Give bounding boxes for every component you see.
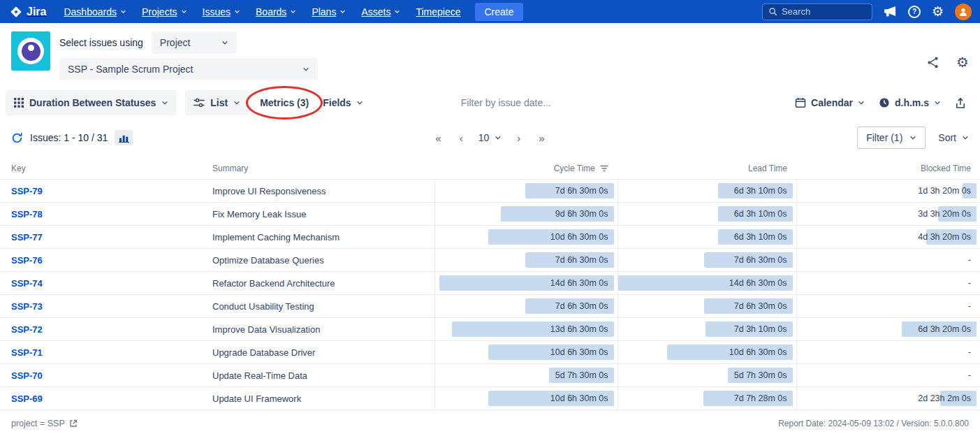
duration-value: 3d 3h 20m 0s — [918, 203, 971, 225]
nav-item-dashboards[interactable]: Dashboards — [56, 0, 134, 23]
duration-value: 6d 3h 20m 0s — [918, 318, 971, 340]
issue-key-cell: SSP-70 — [0, 364, 203, 387]
issues-count: Issues: 1 - 10 / 31 — [30, 132, 108, 143]
gear-icon: ⚙ — [956, 54, 969, 71]
table-row: SSP-72Improve Data Visualization13d 6h 3… — [0, 318, 980, 341]
page-size-select[interactable]: 10 — [478, 132, 502, 143]
time-format-select[interactable]: d.h.m.s — [876, 90, 944, 115]
last-page-button[interactable]: » — [536, 131, 547, 145]
metrics-button[interactable]: Metrics (3) — [257, 90, 312, 115]
issues-table-body: SSP-79Improve UI Responsiveness7d 6h 30m… — [0, 180, 980, 410]
help-button[interactable]: ? — [908, 6, 921, 18]
blocked-time-cell: - — [796, 249, 980, 272]
first-page-button[interactable]: « — [432, 131, 444, 145]
blocked-time-cell: - — [796, 272, 980, 295]
person-icon — [958, 7, 968, 17]
nav-item-projects[interactable]: Projects — [134, 0, 195, 23]
view-select[interactable]: List — [185, 90, 249, 115]
issue-key-link[interactable]: SSP-72 — [0, 324, 43, 335]
nav-item-label: Dashboards — [64, 6, 117, 17]
chevron-down-icon — [120, 8, 126, 15]
issue-key-cell: SSP-77 — [0, 226, 203, 249]
duration-value: 2d 23h 2m 0s — [918, 387, 971, 410]
issue-key-link[interactable]: SSP-73 — [0, 301, 43, 312]
nav-item-plans[interactable]: Plans — [304, 0, 353, 23]
next-page-button[interactable]: › — [514, 131, 523, 145]
issue-key-link[interactable]: SSP-71 — [0, 347, 43, 358]
issue-source-value: Project — [160, 37, 191, 48]
app-logo-icon — [11, 31, 50, 71]
issue-date-filter-input[interactable] — [461, 97, 580, 108]
issue-key-cell: SSP-74 — [0, 272, 203, 295]
create-button[interactable]: Create — [475, 3, 522, 21]
issue-key-link[interactable]: SSP-78 — [0, 209, 43, 219]
issue-key-link[interactable]: SSP-79 — [0, 186, 43, 196]
column-header-label: Cycle Time — [554, 164, 595, 173]
cycle-time-cell: 10d 6h 30m 0s — [434, 341, 617, 364]
chevron-down-icon — [234, 8, 240, 15]
issue-source-select[interactable]: Project — [152, 31, 237, 54]
table-row: SSP-71Upgrade Database Driver10d 6h 30m … — [0, 341, 980, 364]
table-row: SSP-78Fix Memory Leak Issue9d 6h 30m 0s6… — [0, 203, 980, 226]
duration-value: - — [968, 249, 971, 271]
announcements-button[interactable] — [884, 6, 897, 17]
export-button[interactable] — [952, 90, 969, 115]
cycle-time-cell: 9d 6h 30m 0s — [434, 203, 617, 226]
report-settings-button[interactable]: ⚙ — [956, 55, 969, 69]
blocked-time-cell: 2d 23h 2m 0s — [796, 387, 980, 410]
issue-key-cell: SSP-69 — [0, 387, 203, 410]
search-icon — [768, 7, 777, 16]
report-type-select[interactable]: Duration Between Statuses — [6, 90, 177, 115]
issue-summary: Update UI Framework — [203, 387, 434, 410]
issue-key-link[interactable]: SSP-70 — [0, 370, 43, 381]
issues-bar: Issues: 1 - 10 / 31 « ‹ 10 › » Filter (1… — [0, 122, 980, 157]
issue-key-link[interactable]: SSP-69 — [0, 393, 43, 404]
issue-summary: Fix Memory Leak Issue — [203, 203, 434, 226]
sort-button[interactable]: Sort — [938, 132, 969, 143]
share-button[interactable] — [926, 56, 939, 69]
chevron-down-icon — [302, 66, 309, 73]
prev-page-button[interactable]: ‹ — [457, 131, 466, 145]
duration-value: 13d 6h 30m 0s — [550, 318, 608, 340]
chart-view-button[interactable] — [115, 130, 133, 145]
refresh-button[interactable] — [11, 132, 23, 144]
settings-button[interactable]: ⚙ — [932, 5, 944, 18]
nav-item-timepiece[interactable]: Timepiece — [408, 0, 468, 23]
chevron-down-icon — [290, 8, 296, 15]
duration-value: - — [968, 341, 971, 363]
chevron-down-icon — [221, 39, 228, 46]
nav-item-assets[interactable]: Assets — [353, 0, 408, 23]
lead-time-cell: 7d 6h 30m 0s — [617, 249, 796, 272]
jira-home-link[interactable]: Jira — [8, 6, 56, 18]
issue-summary: Implement Caching Mechanism — [203, 226, 434, 249]
issue-key-link[interactable]: SSP-76 — [0, 255, 43, 266]
issues-table: Key Summary Cycle Time Lead Time Blocked… — [0, 157, 980, 410]
lead-time-cell: 5d 7h 30m 0s — [617, 364, 796, 387]
user-menu-button[interactable] — [955, 3, 972, 20]
export-icon — [955, 97, 966, 109]
issue-key-link[interactable]: SSP-77 — [0, 232, 43, 243]
sliders-icon — [193, 98, 205, 108]
chevron-down-icon — [339, 8, 346, 15]
blocked-time-cell: 3d 3h 20m 0s — [796, 203, 980, 226]
user-avatar — [955, 3, 972, 20]
issue-key-link[interactable]: SSP-74 — [0, 278, 43, 289]
global-search[interactable] — [762, 3, 872, 20]
nav-item-label: Projects — [142, 6, 177, 17]
lead-time-cell: 10d 6h 30m 0s — [617, 341, 796, 364]
filter-button[interactable]: Filter (1) — [857, 126, 926, 149]
jql-query-link[interactable]: project = SSP — [11, 419, 78, 428]
top-navbar: Jira Dashboards Projects Issues Boards P… — [0, 0, 980, 23]
nav-item-boards[interactable]: Boards — [248, 0, 304, 23]
column-header-cycle-time[interactable]: Cycle Time — [434, 157, 617, 180]
nav-item-issues[interactable]: Issues — [195, 0, 248, 23]
blocked-time-cell: - — [796, 341, 980, 364]
fields-select[interactable]: Fields — [320, 90, 365, 115]
duration-value: 9d 6h 30m 0s — [555, 203, 608, 225]
lead-time-cell: 7d 3h 10m 0s — [617, 318, 796, 341]
cycle-time-cell: 10d 6h 30m 0s — [434, 387, 617, 410]
pagination: « ‹ 10 › » — [432, 131, 547, 145]
search-input[interactable] — [782, 6, 866, 17]
project-select[interactable]: SSP - Sample Scrum Project — [59, 58, 318, 80]
calendar-select[interactable]: Calendar — [792, 90, 868, 115]
